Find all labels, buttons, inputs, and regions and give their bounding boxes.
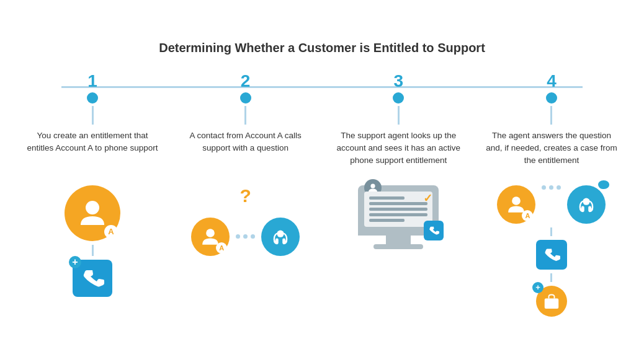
step-1-plus-badge: + bbox=[69, 256, 81, 268]
svg-rect-4 bbox=[282, 238, 285, 244]
timeline-row: 1 You create an entitlement that entitle… bbox=[24, 73, 620, 317]
step-4-connector bbox=[550, 106, 552, 125]
monitor-screen-inner: ✓ bbox=[364, 192, 432, 227]
step-4-dots bbox=[542, 185, 561, 190]
step-1-dot bbox=[87, 92, 98, 104]
headset-icon-4 bbox=[576, 194, 597, 215]
monitor-line-2 bbox=[369, 202, 427, 205]
step-1-connector bbox=[92, 106, 94, 125]
monitor-line-1 bbox=[369, 196, 404, 200]
case-icon bbox=[542, 292, 561, 311]
svg-rect-11 bbox=[548, 301, 551, 303]
phone-icon-monitor bbox=[428, 225, 439, 236]
step-1-icons: A + bbox=[65, 185, 120, 297]
step-4-a-badge: A bbox=[522, 210, 533, 221]
monitor-line-5 bbox=[369, 219, 404, 222]
monitor-line-4 bbox=[369, 213, 427, 216]
step-4: 4 The agent answers the question and, if… bbox=[483, 73, 620, 317]
step-3-connector bbox=[398, 106, 400, 125]
svg-point-6 bbox=[512, 196, 521, 205]
step-4-row: A bbox=[497, 185, 606, 224]
step-4-dot bbox=[546, 92, 557, 104]
step-4-agent-circle bbox=[567, 185, 606, 224]
svg-point-5 bbox=[371, 183, 375, 188]
step-1-a-badge-lg: A bbox=[104, 225, 118, 239]
step-2-text: A contact from Account A calls support w… bbox=[177, 130, 314, 174]
step-4-dot-3 bbox=[557, 185, 561, 190]
step-2-connector bbox=[244, 106, 246, 125]
main-container: Determining Whether a Customer is Entitl… bbox=[18, 29, 626, 329]
step-4-person-circle: A bbox=[497, 185, 535, 224]
svg-rect-12 bbox=[552, 301, 555, 303]
question-mark: ? bbox=[239, 185, 251, 206]
step-4-dot-2 bbox=[549, 185, 553, 190]
svg-point-2 bbox=[277, 230, 284, 237]
step-4-icons: A bbox=[497, 185, 606, 317]
monitor-base bbox=[373, 244, 423, 249]
svg-rect-9 bbox=[589, 206, 592, 212]
dots-separator bbox=[236, 234, 255, 239]
step-2-row: A bbox=[191, 218, 300, 256]
step-3-icons: ✓ bbox=[358, 185, 439, 249]
phone-icon-1 bbox=[81, 267, 104, 290]
svg-point-0 bbox=[86, 201, 99, 214]
step-2-dot bbox=[240, 92, 251, 104]
phone-icon-4 bbox=[543, 246, 560, 263]
step-1-person-circle: A bbox=[65, 185, 120, 241]
step-4-vert-line-1 bbox=[550, 227, 552, 236]
step-2-a-badge: A bbox=[216, 242, 227, 253]
step-4-case-circle: + bbox=[536, 286, 567, 317]
step-4-plus-badge: + bbox=[532, 282, 543, 293]
svg-point-1 bbox=[206, 229, 215, 237]
step-3-number: 3 bbox=[394, 73, 404, 90]
step-4-text: The agent answers the question and, if n… bbox=[483, 130, 620, 174]
monitor-stand bbox=[386, 236, 411, 244]
step-4-number: 4 bbox=[547, 73, 557, 90]
svg-point-7 bbox=[583, 198, 590, 205]
svg-rect-10 bbox=[545, 298, 559, 309]
monitor-screen: ✓ bbox=[358, 185, 439, 236]
monitor-check-badge: ✓ bbox=[423, 192, 432, 205]
step-1-number: 1 bbox=[87, 73, 97, 90]
step-2-icons: ? A bbox=[191, 185, 300, 256]
step-3: 3 The support agent looks up the account… bbox=[330, 73, 467, 249]
step-2: 2 A contact from Account A calls support… bbox=[177, 73, 314, 256]
monitor-line-3 bbox=[369, 208, 427, 211]
person-icon bbox=[76, 196, 109, 230]
svg-rect-3 bbox=[275, 238, 279, 244]
page-title: Determining Whether a Customer is Entitl… bbox=[24, 41, 620, 55]
step-3-text: The support agent looks up the account a… bbox=[330, 130, 467, 174]
monitor-phone-badge bbox=[424, 221, 444, 240]
speech-bubble bbox=[597, 179, 610, 190]
dot-2 bbox=[243, 234, 248, 239]
step-1-text: You create an entitlement that entitles … bbox=[24, 130, 161, 174]
step-4-dot-1 bbox=[542, 185, 546, 190]
svg-rect-8 bbox=[581, 206, 584, 212]
step-2-number: 2 bbox=[241, 73, 251, 90]
step-1-vert-line bbox=[92, 245, 94, 256]
headset-icon-2 bbox=[270, 226, 291, 247]
step-4-phone-box bbox=[536, 240, 567, 270]
step-2-person-circle: A bbox=[191, 218, 230, 256]
step-3-dot bbox=[393, 92, 404, 104]
step-2-agent-circle bbox=[261, 218, 300, 256]
dot-3 bbox=[251, 234, 255, 239]
step-1: 1 You create an entitlement that entitle… bbox=[24, 73, 161, 297]
step-4-vert-line-2 bbox=[550, 273, 552, 282]
step-1-phone-box: + bbox=[73, 260, 112, 297]
monitor: ✓ bbox=[358, 185, 439, 249]
dot-1 bbox=[236, 234, 240, 239]
